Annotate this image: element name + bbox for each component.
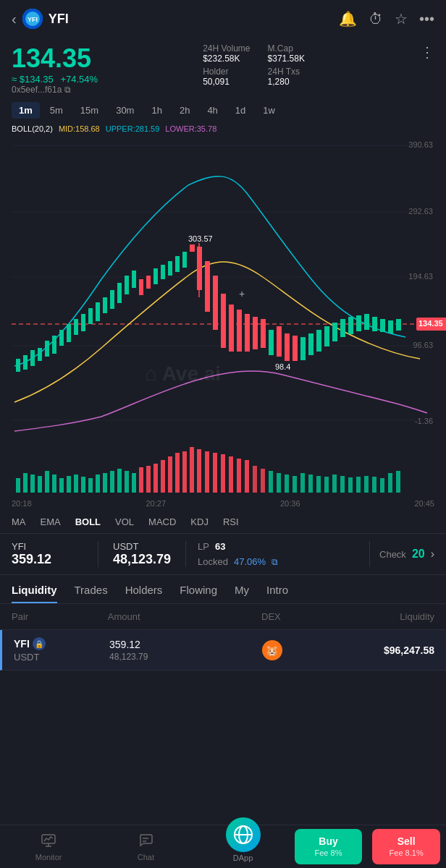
tab-flowing[interactable]: Flowing (180, 584, 217, 603)
svg-rect-77 (45, 471, 49, 493)
timer-icon[interactable]: ⏱ (369, 11, 383, 27)
tab-holders[interactable]: Holders (125, 584, 163, 603)
svg-rect-87 (117, 469, 122, 493)
star-icon[interactable]: ☆ (395, 10, 408, 27)
lp-count-row: LP 63 (198, 541, 369, 552)
svg-rect-53 (277, 326, 282, 357)
ind-kdj[interactable]: KDJ (190, 516, 209, 527)
ind-macd[interactable]: MACD (148, 516, 176, 527)
svg-rect-69 (396, 319, 401, 331)
check-val: 20 (412, 548, 425, 561)
svg-rect-37 (175, 256, 180, 272)
ind-boll[interactable]: BOLL (75, 516, 101, 527)
svg-rect-51 (261, 319, 266, 348)
tf-1h[interactable]: 1h (144, 102, 169, 119)
svg-rect-114 (324, 477, 329, 493)
timeframe-bar: 1m 5m 15m 30m 1h 2h 4h 1d 1w (0, 98, 446, 123)
nav-chat[interactable]: Chat (97, 832, 194, 861)
copy-icon[interactable]: ⧉ (64, 85, 71, 95)
tab-trades[interactable]: Trades (75, 584, 108, 603)
amount-cell: 359.12 48,123.79 (109, 639, 224, 662)
svg-rect-40 (190, 244, 195, 252)
svg-rect-55 (285, 333, 290, 361)
action-buttons: Buy Fee 8% Sell Fee 8.1% (292, 825, 446, 868)
svg-text:390.63: 390.63 (408, 140, 433, 149)
svg-rect-110 (293, 476, 297, 493)
lp-right: LP 63 Locked 47.06% ⧉ (186, 541, 369, 567)
svg-rect-85 (103, 473, 107, 493)
ind-rsi[interactable]: RSI (223, 516, 239, 527)
back-button[interactable]: ‹ (12, 11, 17, 27)
more-dots-icon[interactable]: ⋮ (420, 43, 434, 61)
svg-rect-117 (348, 477, 353, 493)
indicator-tabs: MA EMA BOLL VOL MACD KDJ RSI (0, 511, 446, 534)
svg-rect-19 (45, 341, 49, 357)
svg-rect-86 (110, 471, 114, 493)
table-row[interactable]: YFI 🔒 USDT 359.12 48,123.79 🐹 $96,247.58 (0, 630, 446, 671)
dex-icon: 🐹 (262, 640, 282, 660)
price-main: 134.35 (12, 43, 98, 74)
coin-name: YFI (49, 12, 69, 27)
svg-rect-112 (308, 475, 313, 493)
time-labels: 20:18 20:27 20:36 20:45 (0, 496, 446, 511)
svg-rect-31 (132, 271, 136, 288)
lp-label: LP (198, 541, 209, 552)
lp-locked-label: Locked (198, 556, 228, 567)
lp-yfi-label: YFI (12, 541, 26, 552)
svg-rect-78 (52, 475, 56, 493)
svg-rect-96 (182, 451, 187, 493)
tf-1m[interactable]: 1m (12, 102, 40, 119)
svg-rect-88 (125, 471, 129, 493)
tf-5m[interactable]: 5m (43, 102, 70, 119)
svg-rect-65 (364, 314, 369, 330)
svg-rect-28 (110, 290, 114, 309)
tab-liquidity[interactable]: Liquidity (12, 584, 57, 603)
chat-icon (138, 832, 153, 851)
lp-yfi-amount: 359.12 (12, 552, 51, 567)
nav-monitor[interactable]: Monitor (0, 832, 97, 861)
svg-rect-29 (117, 283, 122, 303)
volume-section (0, 438, 446, 496)
col-liquidity-label: Liquidity (319, 611, 434, 622)
col-pair-label: Pair (12, 611, 108, 622)
svg-rect-113 (316, 476, 321, 493)
svg-rect-89 (132, 473, 136, 493)
usdt-amount: 48,123.79 (109, 652, 224, 662)
lp-val: 63 (215, 541, 225, 552)
svg-rect-63 (348, 317, 353, 334)
tf-2h[interactable]: 2h (172, 102, 197, 119)
svg-rect-36 (168, 261, 172, 276)
svg-rect-50 (253, 317, 258, 349)
ind-vol[interactable]: VOL (115, 516, 134, 527)
price-address: 0x5eef...f61a ⧉ (12, 85, 98, 95)
svg-rect-90 (139, 467, 143, 493)
sell-button[interactable]: Sell Fee 8.1% (372, 829, 440, 864)
svg-rect-58 (308, 333, 314, 355)
svg-rect-30 (125, 276, 129, 294)
chart-area[interactable]: 390.63 292.63 194.63 96.63 -1.36 ⌂ Ave.a… (0, 135, 446, 438)
lp-locked-val: 47.06% (234, 556, 266, 567)
buy-button[interactable]: Buy Fee 8% (295, 829, 363, 864)
external-link-icon[interactable]: ⧉ (272, 557, 278, 567)
ind-ma[interactable]: MA (12, 516, 26, 527)
ind-ema[interactable]: EMA (41, 516, 61, 527)
tf-4h[interactable]: 4h (200, 102, 224, 119)
tf-1w[interactable]: 1w (256, 102, 282, 119)
nav-dapp[interactable]: DApp (194, 832, 291, 862)
svg-rect-81 (74, 475, 78, 493)
svg-rect-118 (356, 477, 361, 493)
check-arrow-icon[interactable]: › (431, 548, 434, 561)
svg-rect-92 (153, 464, 158, 493)
lp-usdt: USDT 48,123.79 (98, 541, 186, 567)
svg-rect-60 (324, 326, 329, 346)
svg-rect-102 (229, 456, 233, 493)
tab-intro[interactable]: Intro (266, 584, 288, 603)
tf-30m[interactable]: 30m (109, 102, 141, 119)
more-icon[interactable]: ••• (419, 11, 434, 27)
tab-my[interactable]: My (235, 584, 249, 603)
svg-rect-45 (213, 276, 218, 330)
tf-15m[interactable]: 15m (73, 102, 106, 119)
price-stats: 24H Volume $232.58K M.Cap $371.58K Holde… (203, 43, 315, 87)
tf-1d[interactable]: 1d (228, 102, 253, 119)
bell-icon[interactable]: 🔔 (339, 10, 357, 27)
